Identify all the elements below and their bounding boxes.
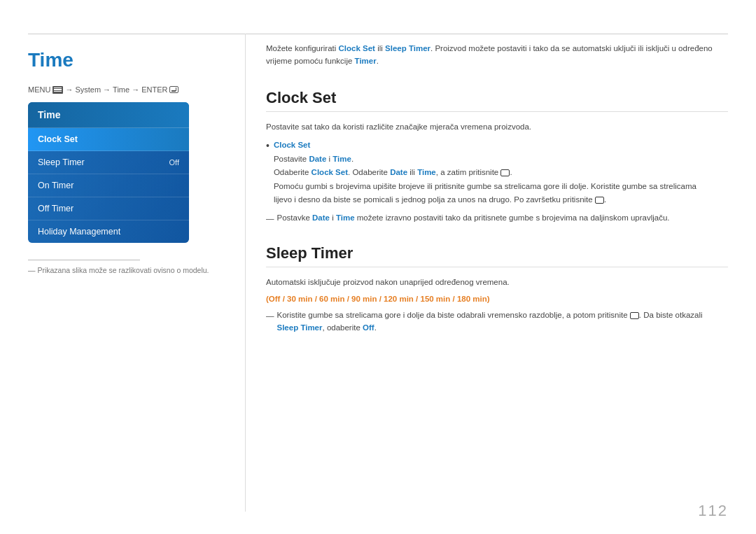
- enter-icon-inline: [500, 169, 510, 176]
- off-link-note: Off: [363, 323, 374, 332]
- footnote-dash: ―: [28, 266, 37, 274]
- clock-set-note: ― Postavke Date i Time možete izravno po…: [266, 211, 728, 225]
- date-link-note: Date: [312, 213, 330, 222]
- sleep-timer-note: ― Koristite gumbe sa strelicama gore i d…: [266, 309, 728, 335]
- footnote-text: Prikazana slika može se razlikovati ovis…: [37, 266, 209, 274]
- sidebar-item-clock-set[interactable]: Clock Set: [28, 128, 189, 151]
- arrow2: →: [103, 85, 111, 94]
- clock-set-link2: Clock Set: [312, 168, 348, 176]
- time-label: Time: [113, 85, 130, 94]
- sidebar-menu: Time Clock Set Sleep Timer Off On Timer …: [28, 102, 189, 243]
- vertical-divider: [245, 34, 246, 512]
- sidebar-header: Time: [28, 102, 189, 128]
- intro-clock-set-link: Clock Set: [339, 44, 375, 52]
- footnote: ― Prikazana slika može se razlikovati ov…: [28, 266, 245, 274]
- menu-path: MENU → System → Time → ENTER: [28, 85, 245, 94]
- date-link2: Date: [390, 168, 407, 176]
- sidebar-item-label: Off Timer: [38, 204, 74, 213]
- bullet-dot: •: [266, 140, 270, 151]
- page-number: 112: [698, 502, 728, 520]
- clock-set-section: Clock Set Postavite sat tako da koristi …: [266, 89, 728, 225]
- sidebar-item-label: Sleep Timer: [38, 157, 85, 167]
- menu-label: MENU: [28, 85, 50, 94]
- arrow1: →: [65, 85, 73, 94]
- right-panel: Možete konfigurirati Clock Set ili Sleep…: [266, 42, 728, 353]
- sleep-timer-link-note: Sleep Timer: [277, 323, 323, 332]
- intro-sleep-timer-link: Sleep Timer: [385, 44, 430, 52]
- clock-set-heading: Clock Set: [266, 89, 728, 112]
- bullet-content: Clock Set Postavite Date i Time. Odaberi…: [274, 139, 696, 207]
- arrow3: →: [132, 85, 139, 94]
- enter-icon-sleep: [630, 312, 639, 319]
- clock-set-desc: Postavite sat tako da koristi različite …: [266, 120, 728, 133]
- sleep-timer-heading: Sleep Timer: [266, 244, 728, 267]
- sidebar-item-off-timer[interactable]: Off Timer: [28, 197, 189, 220]
- page-title: Time: [28, 49, 245, 71]
- time-link-note: Time: [336, 213, 355, 222]
- sidebar-item-holiday-management[interactable]: Holiday Management: [28, 220, 189, 243]
- sidebar-item-on-timer[interactable]: On Timer: [28, 174, 189, 197]
- sidebar-item-sleep-timer[interactable]: Sleep Timer Off: [28, 151, 189, 174]
- enter-icon-inline2: [595, 197, 604, 204]
- intro-text: Možete konfigurirati Clock Set ili Sleep…: [266, 42, 728, 68]
- left-panel: Time MENU → System → Time → ENTER Time C…: [28, 42, 245, 274]
- sidebar-item-label: Clock Set: [38, 134, 78, 144]
- date-link1: Date: [309, 155, 326, 163]
- enter-label: ENTER: [141, 85, 167, 94]
- clock-set-bullet: • Clock Set Postavite Date i Time. Odabe…: [266, 139, 728, 207]
- sleep-timer-desc: Automatski isključuje proizvod nakon una…: [266, 276, 728, 288]
- sidebar-item-label: On Timer: [38, 181, 74, 190]
- sidebar-item-label: Holiday Management: [38, 227, 120, 237]
- system-label: System: [75, 85, 101, 94]
- footnote-divider: [28, 260, 140, 260]
- time-link1: Time: [332, 155, 351, 163]
- enter-icon: [169, 86, 178, 93]
- clock-set-bullet-label: Clock Set: [274, 141, 310, 149]
- sleep-timer-values: (Off / 30 min / 60 min / 90 min / 120 mi…: [266, 295, 728, 303]
- time-link2: Time: [417, 168, 436, 176]
- sidebar-item-value: Off: [169, 158, 179, 167]
- sleep-timer-section: Sleep Timer Automatski isključuje proizv…: [266, 244, 728, 334]
- intro-timer-link: Timer: [355, 57, 377, 65]
- menu-icon: [52, 86, 63, 94]
- top-border: [28, 34, 728, 34]
